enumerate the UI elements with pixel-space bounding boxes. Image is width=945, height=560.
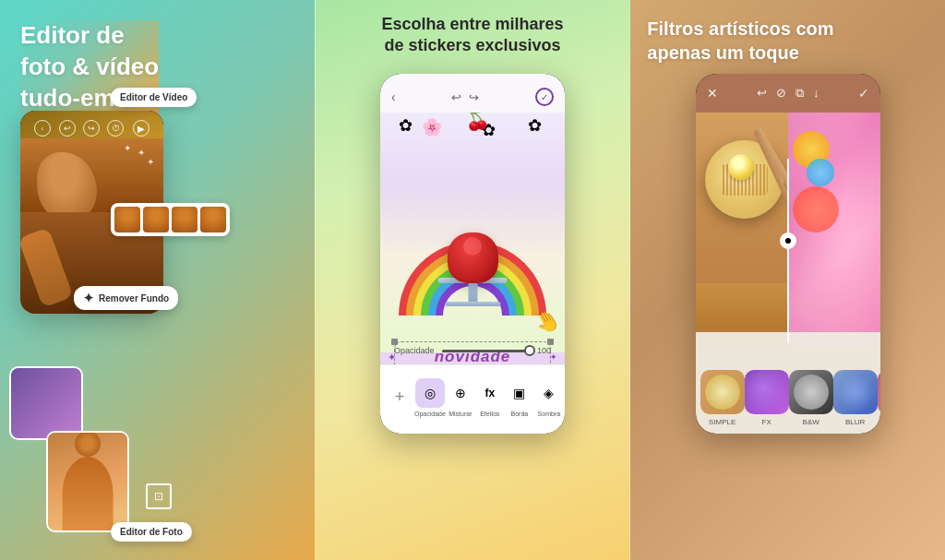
jello-mold — [448, 232, 498, 283]
cake-pedestal — [438, 278, 508, 306]
collage-purple — [9, 366, 83, 440]
split-handle[interactable] — [780, 232, 796, 249]
tool-border[interactable]: ▣ Borda — [505, 378, 534, 417]
p1-toolbar: ‹ ↩ ↪ ⏱ ▶ — [20, 120, 163, 137]
p3-nav: ✕ ↩ ⊘ ⧉ ↓ ✓ — [696, 74, 880, 113]
woman-face — [37, 152, 97, 221]
panel3-headline: Filtros artísticos com apenas um toque — [647, 17, 928, 65]
sparkle-1: ✦ — [138, 148, 145, 158]
tool-opacity[interactable]: ◎ Opacidade — [414, 378, 446, 417]
p2-screen: ‹ ↩ ↪ ✓ 🌸 ✿ ✿ ✿ 🍒 — [380, 74, 565, 434]
filter-bw[interactable]: B&W — [789, 370, 833, 426]
filter-blur[interactable]: BLUR — [833, 370, 878, 426]
tool-mix[interactable]: ⊕ Misturar — [446, 378, 475, 417]
download-icon-p3: ↓ — [813, 86, 819, 101]
filter-simple[interactable]: SIMPLE — [700, 370, 745, 426]
filmstrip-frame-4 — [200, 207, 226, 232]
check-icon-p2: ✓ — [535, 88, 554, 106]
remove-bg-badge: ✦ Remover Fundo — [74, 286, 178, 310]
close-icon-p3: ✕ — [707, 86, 718, 101]
effects-icon: fx — [475, 378, 505, 408]
crop-icon: ⊡ — [146, 483, 172, 509]
p3-screen: ✕ ↩ ⊘ ⧉ ↓ ✓ — [696, 74, 880, 434]
tool-effects[interactable]: fx Efeitos — [475, 378, 505, 417]
redo-p2: ↪ — [469, 90, 479, 104]
opacity-icon: ◎ — [415, 378, 445, 408]
p3-scene — [696, 113, 880, 348]
filter-ai[interactable]: ✦AI AI — [878, 370, 880, 426]
filmstrip — [111, 203, 230, 236]
add-icon: + — [385, 383, 414, 412]
filmstrip-frame-2 — [143, 207, 169, 232]
sparkle-3: ✦ — [147, 157, 154, 167]
p2-tool-bar: + ◎ Opacidade ⊕ Misturar fx Efeitos ▣ Bo… — [380, 364, 565, 434]
p3-phone: ✕ ↩ ⊘ ⧉ ↓ ✓ — [696, 74, 880, 434]
redo-icon: ↪ — [83, 120, 100, 137]
flower-sticker-3: ✿ — [528, 115, 542, 136]
tool-add[interactable]: + — [385, 383, 414, 412]
timer-icon: ⏱ — [107, 120, 124, 137]
back-icon: ‹ — [34, 120, 51, 137]
woman-arm — [20, 227, 74, 307]
border-icon: ▣ — [505, 378, 534, 408]
egg — [728, 154, 754, 180]
flower-sticker-1: 🌸 — [422, 117, 442, 137]
opacity-slider[interactable] — [442, 350, 530, 352]
shadow-icon: ◈ — [534, 378, 564, 408]
p3-right — [788, 113, 880, 348]
p2-scene: 🌸 ✿ ✿ ✿ 🍒 — [380, 113, 565, 352]
opacity-control[interactable]: Opacidade 100 — [394, 346, 551, 355]
play-icon: ▶ — [133, 120, 150, 137]
undo-p2: ↩ — [451, 90, 461, 104]
panel2-headline: Escolha entre milhares de stickers exclu… — [316, 14, 630, 57]
filter-fx[interactable]: FX — [745, 370, 789, 426]
cherry-hand: 🍒 — [465, 113, 490, 132]
check-p3: ✓ — [858, 86, 869, 101]
p3-left — [696, 113, 788, 348]
filter-bar: SIMPLE FX — [696, 332, 880, 434]
video-editor-badge: Editor de Vídeo — [111, 88, 197, 107]
filmstrip-frame-1 — [114, 207, 140, 232]
tool-shadow[interactable]: ◈ Sombra — [534, 378, 564, 417]
photo-editor-badge: Editor de Foto — [111, 522, 192, 542]
panel-editor: Editor de foto & vídeo tudo-em-1 ‹ ↩ ↪ ⏱… — [0, 0, 315, 560]
p2-phone: ‹ ↩ ↪ ✓ 🌸 ✿ ✿ ✿ 🍒 — [380, 74, 565, 434]
back-icon-p2: ‹ — [391, 89, 396, 104]
remove-bg-icon: ✦ — [83, 291, 94, 305]
split-line — [787, 159, 789, 343]
filmstrip-frame-3 — [172, 207, 197, 232]
undo-icon: ↩ — [59, 120, 76, 137]
erase-icon-p3: ⊘ — [776, 86, 786, 101]
collage-orange-person — [46, 431, 129, 532]
panel-stickers: Escolha entre milhares de stickers exclu… — [315, 0, 631, 560]
panel-filters: Filtros artísticos com apenas um toque ✕… — [630, 0, 945, 560]
sparkle-2: ✦ — [124, 143, 131, 153]
mix-icon: ⊕ — [446, 378, 475, 408]
flower-sticker-4: ✿ — [399, 115, 413, 136]
layers-icon-p3: ⧉ — [795, 86, 804, 101]
undo-p3: ↩ — [757, 86, 767, 101]
